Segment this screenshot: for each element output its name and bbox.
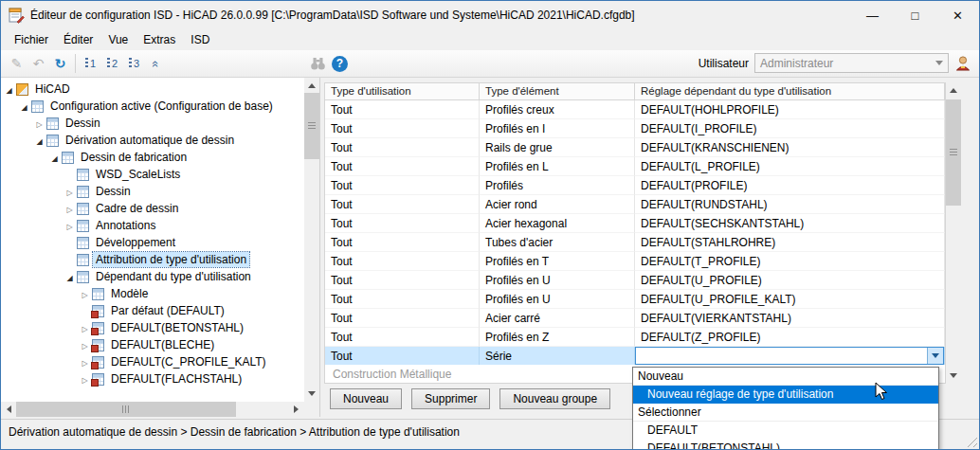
cell-setting: DEFAULT(PROFILE) [635,176,945,195]
cell-setting: DEFAULT(STAHLROHRE) [635,233,945,252]
tree-item[interactable]: Annotations [1,217,304,234]
table-row[interactable]: Tout Profilés en T DEFAULT(T_PROFILE) [325,252,945,271]
scrollbar-thumb[interactable] [304,93,319,159]
tree-item[interactable]: Dépendant du type d'utilisation [1,268,304,285]
title-bar: Éditeur de configuration ISD - HiCAD 26.… [1,1,979,29]
close-button[interactable]: ✕ [936,1,979,29]
expander-collapsed-icon[interactable] [79,338,91,351]
maximize-button[interactable]: □ [894,1,936,29]
tree-item[interactable]: Cadre de dessin [1,200,304,217]
tree-item-label: Développement [93,235,178,250]
menu-item-extras[interactable]: Extras [136,30,183,49]
table-row[interactable]: Tout Profilés en Z DEFAULT(Z_PROFILE) [325,328,945,347]
cell-usage: Tout [325,252,480,271]
cell-element: Profilés en U [480,290,635,309]
tree-item[interactable]: DEFAULT(FLACHSTAHL) [1,370,304,387]
table-row[interactable]: Tout Acier carré DEFAULT(VIERKANTSTAHL) [325,309,945,328]
tree-item[interactable]: HiCAD [1,81,304,98]
refresh-icon[interactable] [49,53,71,74]
table-row-selected[interactable]: Tout Série [325,347,945,366]
table-row[interactable]: Tout Profilés en U DEFAULT(U_PROFILE) [325,271,945,290]
dropdown-item-highlighted[interactable]: Nouveau réglage de type d'utilisation [633,386,938,404]
tree-item-label: DEFAULT(C_PROFILE_KALT) [108,354,269,369]
scroll-down-icon[interactable] [946,369,961,384]
menu-item-isd[interactable]: ISD [183,30,217,49]
tree-item[interactable]: WSD_ScaleLists [1,166,304,183]
menu-item-editer[interactable]: Éditer [56,30,100,49]
user-combobox[interactable]: Administrateur [754,53,949,73]
scroll-up-icon[interactable] [946,82,961,98]
menu-item-vue[interactable]: Vue [100,30,136,49]
column-header-element-type[interactable]: Type d'élément [480,83,635,100]
table-row[interactable]: Tout Acier hexagonal DEFAULT(SECHSKANTST… [325,214,945,233]
usage-setting-combobox[interactable] [635,347,944,365]
expand-level-1-button[interactable]: 1 [80,53,101,74]
tree-item[interactable]: DEFAULT(BETONSTAHL) [1,319,304,336]
scroll-down-icon[interactable] [304,387,319,402]
table-row[interactable]: Tout Profilés creux DEFAULT(HOHLPROFILE) [325,100,945,119]
undo-icon[interactable] [27,53,49,74]
tree-item[interactable]: Développement [1,234,304,251]
column-header-usage-type[interactable]: Type d'utilisation [325,83,480,100]
table-row[interactable]: Tout Profilés DEFAULT(PROFILE) [325,176,945,195]
tree-item-label: Modèle [108,286,151,301]
table-row[interactable]: Tout Profilés en I DEFAULT(I_PROFILE) [325,119,945,138]
tree-item-selected[interactable]: Attribution de type d'utilisation [1,251,304,268]
tree-item[interactable]: Dessin de fabrication [1,149,304,166]
tree-item[interactable]: Dessin [1,183,304,200]
expander-expanded-icon[interactable] [48,151,61,164]
tree-item[interactable]: Modèle [1,285,304,302]
edit-icon[interactable] [6,53,27,74]
search-icon[interactable] [307,53,329,74]
table-row[interactable]: Tout Profilés en U DEFAULT(U_PROFILE_KAL… [325,290,945,309]
expander-collapsed-icon[interactable] [64,219,76,232]
new-group-button[interactable]: Nouveau groupe [499,388,610,409]
minimize-button[interactable]: — [851,1,894,29]
tree-item[interactable]: Dessin [1,115,304,132]
config-table-icon [77,271,89,283]
delete-button[interactable]: Supprimer [411,388,490,409]
expander-collapsed-icon[interactable] [64,185,76,198]
dropdown-item[interactable]: DEFAULT [633,422,938,440]
scrollbar-thumb[interactable] [946,99,961,206]
dropdown-item[interactable]: DEFAULT(BETONSTAHL) [633,440,938,450]
tree-item[interactable]: Configuration active (Configuration de b… [1,98,304,115]
cell-element: Rails de grue [480,138,635,157]
tree-horizontal-scrollbar[interactable] [1,402,319,417]
table-row[interactable]: Tout Tubes d'acier DEFAULT(STAHLROHRE) [325,233,945,252]
expand-level-2-button[interactable]: 2 [101,53,123,74]
expander-collapsed-icon[interactable] [79,372,91,386]
expander-expanded-icon[interactable] [33,134,45,147]
expander-expanded-icon[interactable] [3,82,15,96]
expander-collapsed-icon[interactable] [79,355,91,369]
table-vertical-scrollbar[interactable] [946,82,961,384]
table-row[interactable]: Tout Rails de grue DEFAULT(KRANSCHIENEN) [325,138,945,157]
tree-item[interactable]: DEFAULT(BLECHE) [1,336,304,353]
scroll-right-icon[interactable] [289,402,304,417]
new-button[interactable]: Nouveau [330,388,402,409]
expander-expanded-icon[interactable] [64,270,76,283]
user-icon[interactable] [954,55,971,72]
tree-item[interactable]: Dérivation automatique de dessin [1,132,304,149]
scroll-up-icon[interactable] [304,78,319,93]
expander-collapsed-icon[interactable] [64,202,76,215]
scrollbar-thumb[interactable] [16,402,236,417]
collapse-tree-button[interactable]: « [145,53,167,74]
expand-level-3-button[interactable]: 3 [123,53,145,74]
expander-collapsed-icon[interactable] [79,321,91,334]
table-row[interactable]: Tout Acier rond DEFAULT(RUNDSTAHL) [325,195,945,214]
tree-vertical-scrollbar[interactable] [304,78,319,402]
help-button[interactable] [329,53,351,74]
expander-collapsed-icon[interactable] [79,287,91,300]
resize-grip[interactable] [965,435,977,447]
scroll-left-icon[interactable] [1,402,16,417]
chevron-down-icon[interactable] [927,348,943,364]
table-row[interactable]: Tout Profilés en L DEFAULT(L_PROFILE) [325,157,945,176]
tree-item[interactable]: Par défaut (DEFAULT) [1,302,304,319]
tree-item[interactable]: DEFAULT(C_PROFILE_KALT) [1,353,304,370]
expander-collapsed-icon[interactable] [33,117,45,130]
expander-expanded-icon[interactable] [18,99,30,113]
menu-item-fichier[interactable]: Fichier [7,30,56,49]
column-header-setting[interactable]: Réglage dépendant du type d'utilisation [635,83,945,100]
cell-setting [635,347,945,366]
